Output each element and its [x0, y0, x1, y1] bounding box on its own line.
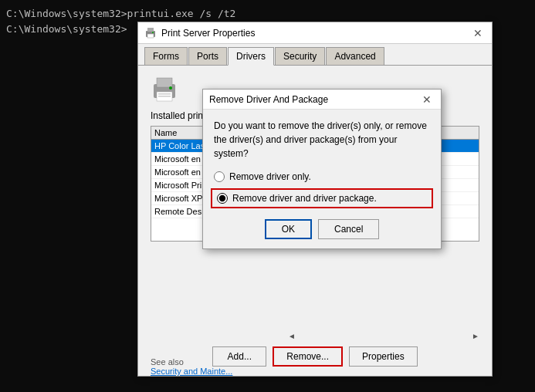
radio-driver-only-label: Remove driver only. [229, 171, 311, 182]
svg-rect-2 [147, 34, 154, 38]
radio-option-driver-package[interactable]: Remove driver and driver package. [211, 188, 433, 208]
see-also-section: See also Security and Mainte... [151, 357, 232, 376]
window-title-text: Print Server Properties [161, 28, 255, 39]
close-button[interactable]: ✕ [470, 25, 486, 41]
dialog-question: Do you want to remove the driver(s) only… [214, 119, 430, 161]
dialog-title: Remove Driver And Package [209, 94, 328, 105]
remove-button[interactable]: Remove... [273, 346, 343, 367]
radio-driver-only[interactable] [214, 171, 225, 182]
dialog-body: Do you want to remove the driver(s) only… [203, 110, 441, 248]
svg-point-3 [152, 32, 154, 33]
tab-security[interactable]: Security [275, 47, 325, 65]
tab-advanced[interactable]: Advanced [326, 47, 384, 65]
radio-option-driver-only[interactable]: Remove driver only. [214, 171, 430, 182]
tab-ports[interactable]: Ports [188, 47, 227, 65]
printer-icon [144, 27, 157, 39]
ok-button[interactable]: OK [265, 219, 312, 239]
tabs-bar: Forms Ports Drivers Security Advanced [138, 44, 492, 66]
svg-point-9 [169, 86, 172, 90]
tab-drivers[interactable]: Drivers [228, 47, 274, 66]
tab-forms[interactable]: Forms [144, 47, 188, 65]
see-also-label: See also [151, 357, 184, 367]
see-also-link[interactable]: Security and Mainte... [151, 367, 232, 376]
cancel-button[interactable]: Cancel [318, 219, 379, 239]
dialog-buttons: OK Cancel [214, 219, 430, 239]
window-titlebar: Print Server Properties ✕ [138, 22, 492, 44]
large-printer-icon [151, 75, 178, 103]
dialog-titlebar: Remove Driver And Package ✕ [203, 90, 441, 110]
radio-driver-package[interactable] [217, 193, 228, 204]
svg-rect-7 [158, 93, 171, 95]
scroll-left-arrow[interactable]: ◄ [288, 332, 296, 340]
svg-rect-1 [147, 28, 154, 32]
svg-rect-8 [158, 96, 171, 97]
remove-driver-dialog: Remove Driver And Package ✕ Do you want … [202, 89, 442, 249]
svg-rect-5 [157, 78, 172, 87]
radio-driver-package-label: Remove driver and driver package. [232, 193, 377, 204]
terminal-line-1: C:\Windows\system32>printui.exe /s /t2 [6, 6, 529, 22]
dialog-close-button[interactable]: ✕ [419, 92, 435, 107]
window-title-left: Print Server Properties [144, 27, 255, 39]
properties-button[interactable]: Properties [349, 346, 418, 367]
scroll-right-arrow[interactable]: ► [472, 332, 479, 340]
